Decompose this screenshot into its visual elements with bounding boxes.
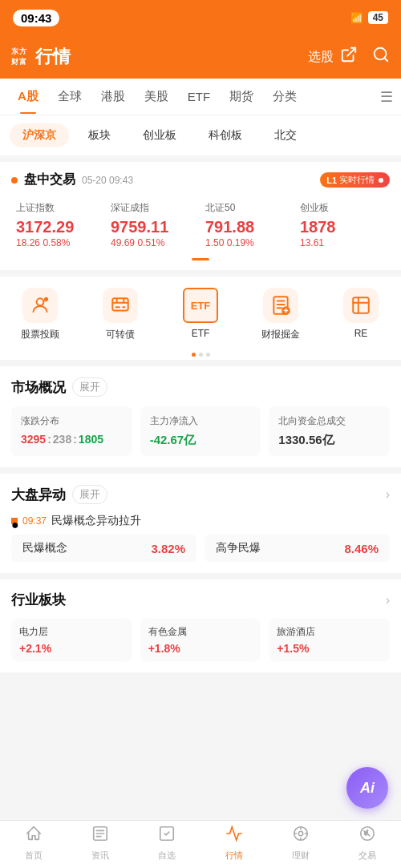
wifi-icon: 📶 — [350, 12, 363, 24]
etf-label: ETF — [192, 328, 210, 339]
index-name-sh: 上证指数 — [16, 201, 101, 215]
status-time: 09:43 — [13, 10, 59, 26]
market-header: 盘中交易 05-20 09:43 L1 实时行情 — [11, 172, 390, 188]
tab-hk-stock[interactable]: 港股 — [91, 79, 135, 114]
tab-futures[interactable]: 期货 — [220, 79, 263, 114]
status-bar: 09:43 📶 45 — [0, 0, 401, 35]
market-title: 盘中交易 — [24, 172, 75, 188]
share-icon[interactable] — [340, 46, 358, 68]
industry-item-1[interactable]: 电力层 +2.1% — [11, 619, 132, 661]
north-label: 北向资金总成交 — [278, 414, 380, 428]
industry-item-2[interactable]: 有色金属 +1.8% — [140, 619, 261, 661]
overview-grid: 涨跌分布 3295 : 238 : 1805 主力净流入 -42.67亿 北向资… — [11, 406, 390, 456]
etf-icon-box: ETF — [183, 288, 218, 323]
svg-point-4 — [45, 298, 47, 301]
nav-watchlist[interactable]: 自选 — [134, 821, 200, 865]
index-name-b50: 北证50 — [205, 201, 290, 215]
nav-news-label: 资讯 — [91, 850, 109, 862]
overview-rise-fall[interactable]: 涨跌分布 3295 : 238 : 1805 — [11, 406, 132, 456]
tool-convertible-bond[interactable]: 可转债 — [88, 288, 152, 341]
svg-line-0 — [347, 48, 355, 56]
index-value-sh: 3172.29 — [16, 218, 101, 236]
nav-trade-label: 交易 — [358, 850, 376, 862]
tab-a-stock[interactable]: A股 — [8, 79, 48, 114]
sep1: : — [47, 433, 51, 446]
rise-count: 3295 — [21, 433, 46, 446]
market-section: 盘中交易 05-20 09:43 L1 实时行情 上证指数 3172.29 18… — [0, 162, 401, 270]
index-bei50[interactable]: 北证50 791.88 1.50 0.19% — [200, 198, 295, 252]
advisor-icon — [22, 288, 58, 323]
overview-title: 市场概况 — [11, 378, 66, 397]
nav-news[interactable]: 资讯 — [67, 821, 133, 865]
fall-count: 1805 — [79, 433, 103, 446]
index-change-sz: 49.69 0.51% — [111, 237, 196, 248]
nav-home-label: 首页 — [25, 850, 43, 862]
move-tag-1[interactable]: 民爆概念 3.82% — [11, 535, 196, 562]
overview-net-inflow[interactable]: 主力净流入 -42.67亿 — [140, 406, 261, 456]
index-value-sz: 9759.11 — [111, 218, 196, 236]
search-icon[interactable] — [372, 46, 390, 68]
header-subtitle[interactable]: 选股 — [308, 49, 334, 66]
tag-pct-1: 3.82% — [151, 542, 185, 555]
tag-pct-2: 8.46% — [344, 542, 379, 555]
industry-pct-3: +1.5% — [277, 642, 382, 655]
industry-card: 行业板块 › 电力层 +2.1% 有色金属 +1.8% 旅游酒店 +1.5% — [0, 579, 401, 672]
index-change-b50: 1.50 0.19% — [205, 237, 290, 248]
move-content: 民爆概念异动拉升 — [51, 514, 141, 528]
move-arrow-icon: › — [386, 487, 390, 502]
tab-etf[interactable]: ETF — [178, 80, 220, 113]
tool-etf[interactable]: ETF ETF — [168, 288, 233, 339]
re-icon — [343, 288, 379, 323]
subtab-block[interactable]: 板块 — [75, 123, 124, 147]
nav-more-icon[interactable]: ☰ — [380, 88, 393, 106]
index-shanghai[interactable]: 上证指数 3172.29 18.26 0.58% — [11, 198, 106, 252]
nav-home[interactable]: 首页 — [0, 821, 67, 865]
bond-icon — [103, 288, 138, 323]
bond-label: 可转债 — [106, 328, 135, 341]
app-header: 东方 财富 行情 选股 — [0, 35, 401, 79]
big-move-card: 大盘异动 展开 › ● 09:37 民爆概念异动拉升 民爆概念 3.82% 高争… — [0, 474, 401, 573]
tab-global[interactable]: 全球 — [48, 79, 91, 114]
overview-header: 市场概况 展开 — [11, 377, 390, 397]
overview-expand[interactable]: 展开 — [72, 377, 107, 397]
tab-us-stock[interactable]: 美股 — [135, 79, 178, 114]
move-title: 大盘异动 — [11, 486, 66, 504]
index-chuangye[interactable]: 创业板 1878 13.61 — [295, 198, 390, 252]
move-tags: 民爆概念 3.82% 高争民爆 8.46% — [11, 535, 390, 562]
subtab-north[interactable]: 北交 — [261, 123, 310, 147]
move-time: 09:37 — [22, 515, 47, 527]
dot-indicator — [379, 178, 383, 183]
logo-top: 东方 — [11, 46, 27, 57]
overview-north-total[interactable]: 北向资金总成交 1330.56亿 — [269, 406, 390, 456]
nav-market-label: 行情 — [225, 850, 243, 862]
subtab-chuangye[interactable]: 创业板 — [130, 123, 189, 147]
tool-finance-report[interactable]: 财报掘金 — [249, 288, 313, 341]
live-indicator — [11, 177, 18, 184]
subtab-shanghai-shenzhen[interactable]: 沪深京 — [10, 123, 69, 147]
index-shenzhen[interactable]: 深证成指 9759.11 49.69 0.51% — [106, 198, 200, 252]
market-time: 05-20 09:43 — [82, 175, 133, 186]
index-name-sz: 深证成指 — [111, 201, 196, 215]
nav-finance-label: 理财 — [292, 850, 310, 862]
sep2: : — [73, 433, 77, 446]
tool-re[interactable]: RE — [329, 288, 393, 339]
app-logo: 东方 财富 — [11, 46, 27, 67]
nav-watchlist-label: 自选 — [158, 850, 176, 862]
svg-point-12 — [298, 831, 303, 836]
tool-advisor[interactable]: 股票投顾 — [8, 288, 72, 341]
tag-name-1: 民爆概念 — [22, 541, 67, 555]
industry-item-3[interactable]: 旅游酒店 +1.5% — [269, 619, 390, 661]
realtime-badge[interactable]: L1 实时行情 — [320, 172, 390, 188]
tab-category[interactable]: 分类 — [263, 79, 306, 114]
watchlist-icon — [158, 825, 176, 847]
nav-finance[interactable]: 理财 — [267, 821, 334, 865]
report-label: 财报掘金 — [261, 328, 300, 341]
index-name-cy: 创业板 — [300, 201, 385, 215]
move-expand[interactable]: 展开 — [72, 485, 107, 504]
nav-market[interactable]: 行情 — [200, 821, 267, 865]
subtab-kechuang[interactable]: 科创板 — [196, 123, 255, 147]
nav-trade[interactable]: ¥ 交易 — [334, 821, 401, 865]
move-tag-2[interactable]: 高争民爆 8.46% — [205, 535, 390, 562]
ai-fab-button[interactable]: Ai — [346, 767, 388, 809]
tools-row: 股票投顾 可转债 ETF ETF 财报掘金 — [0, 277, 401, 348]
